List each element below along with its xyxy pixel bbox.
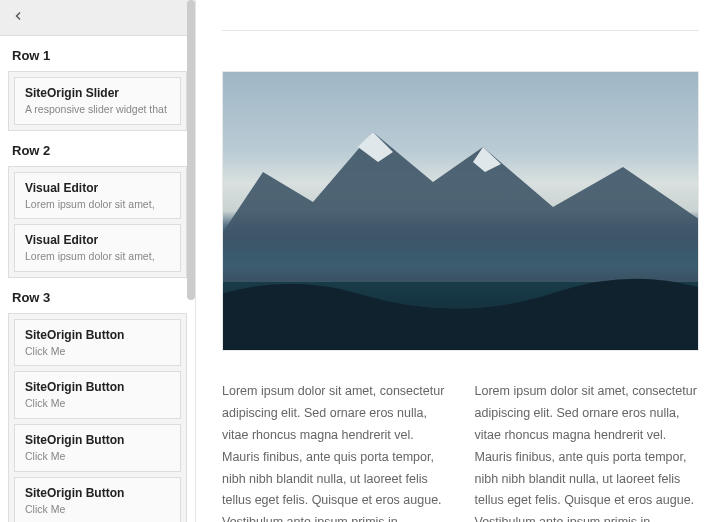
widget-title: SiteOrigin Button [25, 328, 170, 342]
row-label: Row 1 [0, 36, 195, 71]
row-label: Row 3 [0, 278, 195, 313]
preview-pane: Lorem ipsum dolor sit amet, consectetur … [196, 0, 725, 522]
row-group: SiteOrigin Button Click Me SiteOrigin Bu… [8, 313, 187, 522]
content-col-1: Lorem ipsum dolor sit amet, consectetur … [222, 381, 447, 522]
widget-desc: Click Me [25, 450, 170, 463]
widget-title: Visual Editor [25, 181, 170, 195]
row-group: Visual Editor Lorem ipsum dolor sit amet… [8, 166, 187, 278]
widget-desc: Click Me [25, 345, 170, 358]
hero-image [222, 71, 699, 351]
widget-desc: Click Me [25, 397, 170, 410]
row-group: SiteOrigin Slider A responsive slider wi… [8, 71, 187, 131]
widget-card-slider[interactable]: SiteOrigin Slider A responsive slider wi… [14, 77, 181, 125]
widget-desc: Lorem ipsum dolor sit amet, [25, 250, 170, 263]
widget-title: SiteOrigin Slider [25, 86, 170, 100]
widget-title: SiteOrigin Button [25, 433, 170, 447]
tree-line-icon [222, 240, 699, 350]
scrollbar[interactable] [187, 0, 195, 300]
content-col-2: Lorem ipsum dolor sit amet, consectetur … [475, 381, 700, 522]
widget-card-button[interactable]: SiteOrigin Button Click Me [14, 371, 181, 419]
chevron-left-icon [12, 10, 24, 25]
divider [222, 30, 699, 31]
widget-desc: Lorem ipsum dolor sit amet, [25, 198, 170, 211]
widget-desc: Click Me [25, 503, 170, 516]
row-label: Row 2 [0, 131, 195, 166]
widget-card-button[interactable]: SiteOrigin Button Click Me [14, 319, 181, 367]
widget-title: SiteOrigin Button [25, 380, 170, 394]
widget-title: Visual Editor [25, 233, 170, 247]
content-columns: Lorem ipsum dolor sit amet, consectetur … [222, 381, 699, 522]
widget-card-editor[interactable]: Visual Editor Lorem ipsum dolor sit amet… [14, 224, 181, 272]
widget-title: SiteOrigin Button [25, 486, 170, 500]
back-button[interactable] [0, 0, 195, 36]
widget-desc: A responsive slider widget that [25, 103, 170, 116]
widget-card-button[interactable]: SiteOrigin Button Click Me [14, 477, 181, 522]
widget-card-button[interactable]: SiteOrigin Button Click Me [14, 424, 181, 472]
sidebar-panel: Row 1 SiteOrigin Slider A responsive sli… [0, 0, 196, 522]
widget-card-editor[interactable]: Visual Editor Lorem ipsum dolor sit amet… [14, 172, 181, 220]
